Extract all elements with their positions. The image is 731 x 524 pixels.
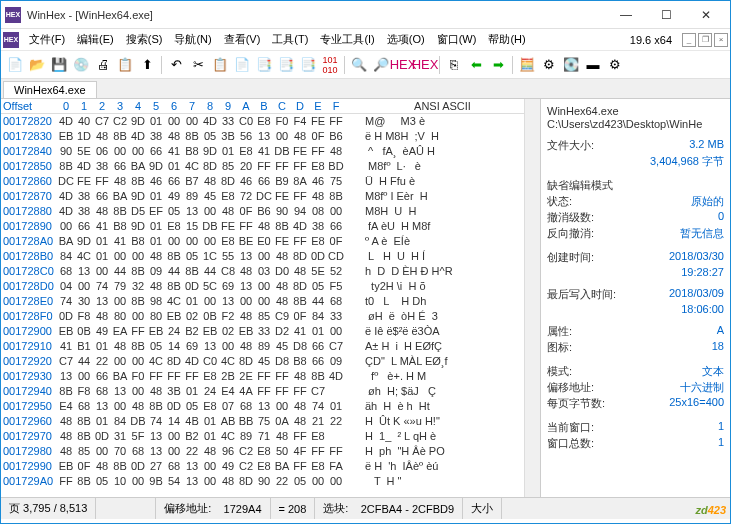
- hex-row[interactable]: 001728F00DF848800080EB020BF24885C90F8433…: [1, 309, 524, 324]
- property-row: 18:06:00: [547, 303, 724, 315]
- property-row: 窗口总数:1: [547, 436, 724, 451]
- menu-edit[interactable]: 编辑(E): [71, 30, 120, 49]
- props-icon[interactable]: 📋: [115, 55, 135, 75]
- version-label: 19.6 x64: [630, 34, 672, 46]
- binary-icon[interactable]: 101010: [320, 55, 340, 75]
- back-icon[interactable]: ⬅: [466, 55, 486, 75]
- maximize-button[interactable]: ☐: [646, 3, 686, 27]
- menu-view[interactable]: 查看(V): [218, 30, 267, 49]
- hex-row[interactable]: 00172970488B0D315F1300B2014C897148FFE8H …: [1, 429, 524, 444]
- status-size: 大小: [463, 498, 502, 519]
- hex-row[interactable]: 0017298048850070681300224896C2E8504FFFFF…: [1, 444, 524, 459]
- find-text-icon[interactable]: HEX: [393, 55, 413, 75]
- new-icon[interactable]: 📄: [5, 55, 25, 75]
- side-panel: WinHex64.exe C:\Users\zd423\Desktop\WinH…: [540, 99, 730, 497]
- hex-row[interactable]: 001728C0681300448B09448B44C84803D0485E52…: [1, 264, 524, 279]
- titlebar: HEX WinHex - [WinHex64.exe] — ☐ ✕: [1, 1, 730, 29]
- hex-row[interactable]: 00172900EB0B49EAFFEB24B2EB02EB33D2410100…: [1, 324, 524, 339]
- find-hex-icon[interactable]: 🔎: [371, 55, 391, 75]
- close-button[interactable]: ✕: [686, 3, 726, 27]
- open-icon[interactable]: 📂: [27, 55, 47, 75]
- property-row: 创建时间:2018/03/30: [547, 250, 724, 265]
- find-icon[interactable]: 🔍: [349, 55, 369, 75]
- property-row: 最后写入时间:2018/03/09: [547, 287, 724, 302]
- hex-row[interactable]: 00172920C7442200004C8D4DC04C8D45D8B86609…: [1, 354, 524, 369]
- menu-file[interactable]: 文件(F): [23, 30, 71, 49]
- menubar: HEX 文件(F) 编辑(E) 搜索(S) 导航(N) 查看(V) 工具(T) …: [1, 29, 730, 51]
- analyze-icon[interactable]: ⚙: [539, 55, 559, 75]
- paste-icon[interactable]: 📄: [232, 55, 252, 75]
- property-row: 当前窗口:1: [547, 420, 724, 435]
- toolbar: 📄 📂 💾 💿 🖨 📋 ⬆ ↶ ✂ 📋 📄 📑 📑 📑 101010 🔍 🔎 H…: [1, 51, 730, 79]
- menu-search[interactable]: 搜索(S): [120, 30, 169, 49]
- property-row: 图标:18: [547, 340, 724, 355]
- statusbar: 页 3,795 / 8,513 偏移地址: 1729A4 = 208 选块: 2…: [1, 497, 730, 519]
- hex-row[interactable]: 00172860DCFEFF488B4666B7488D4666B98A4675…: [1, 174, 524, 189]
- main-area: Offset 0123456789ABCDEF ANSI ASCII 00172…: [1, 99, 730, 497]
- copy-icon[interactable]: 📋: [210, 55, 230, 75]
- minimize-button[interactable]: —: [606, 3, 646, 27]
- calc-icon[interactable]: 🧮: [517, 55, 537, 75]
- hex-row[interactable]: 00172840905E0600006641B89D01E841DBFEFF48…: [1, 144, 524, 159]
- hex-row[interactable]: 001728A0BA9D0141B801000000E8BEE0FEFFE80F…: [1, 234, 524, 249]
- property-row: 模式:文本: [547, 364, 724, 379]
- hex-row[interactable]: 00172950E4681300488B0D05E807681300487401…: [1, 399, 524, 414]
- brand-logo: zd423: [695, 500, 730, 518]
- menu-nav[interactable]: 导航(N): [168, 30, 217, 49]
- hex-row[interactable]: 001728E0743013008B984C0100130000488B4468…: [1, 294, 524, 309]
- menu-options[interactable]: 选项(O): [381, 30, 431, 49]
- hex-row[interactable]: 001728704D3866BA9D01498945E872DCFEFF488B…: [1, 189, 524, 204]
- status-eq: = 208: [271, 498, 316, 519]
- vertical-scrollbar[interactable]: [524, 99, 540, 497]
- clip1-icon[interactable]: 📑: [254, 55, 274, 75]
- property-row: 状态:原始的: [547, 194, 724, 209]
- hex-row[interactable]: 00172930130066BAF0FFFFFFE82B2EFFFF488B4D…: [1, 369, 524, 384]
- property-row: 19:28:27: [547, 266, 724, 278]
- options-icon[interactable]: ⚙: [605, 55, 625, 75]
- clip2-icon[interactable]: 📑: [276, 55, 296, 75]
- hex-row[interactable]: 001728804D38488BD5EF051300480FB690940800…: [1, 204, 524, 219]
- tab-file[interactable]: WinHex64.exe: [3, 81, 97, 98]
- status-offset: 偏移地址: 1729A4: [156, 498, 270, 519]
- menu-tools[interactable]: 工具(T): [266, 30, 314, 49]
- menu-protools[interactable]: 专业工具(I): [314, 30, 380, 49]
- folder-up-icon[interactable]: ⬆: [137, 55, 157, 75]
- hex-panel: Offset 0123456789ABCDEF ANSI ASCII 00172…: [1, 99, 524, 497]
- hex-row[interactable]: 001728508B4D3866BA9D014C8D8520FFFFFFE8BD…: [1, 159, 524, 174]
- hex-row[interactable]: 001728204D40C7C29D0100004D33C0E8F0F4FEFF…: [1, 114, 524, 129]
- hex-row[interactable]: 0017291041B101488B0514691300488945D866C7…: [1, 339, 524, 354]
- property-row: 每页字节数:25x16=400: [547, 396, 724, 411]
- print-icon[interactable]: 🖨: [93, 55, 113, 75]
- hex-row[interactable]: 00172830EB1D488B4D38488B053B561300480FB6…: [1, 129, 524, 144]
- status-selection: 选块: 2CFBA4 - 2CFBD9: [315, 498, 463, 519]
- undo-icon[interactable]: ↶: [166, 55, 186, 75]
- disk2-icon[interactable]: 💽: [561, 55, 581, 75]
- menu-window[interactable]: 窗口(W): [431, 30, 483, 49]
- hex-row[interactable]: 00172890006641B89D01E815DBFEFF488B4D3866…: [1, 219, 524, 234]
- mdi-close-button[interactable]: ×: [714, 33, 728, 47]
- forward-icon[interactable]: ➡: [488, 55, 508, 75]
- disk-icon[interactable]: 💿: [71, 55, 91, 75]
- window-title: WinHex - [WinHex64.exe]: [27, 9, 153, 21]
- save-icon[interactable]: 💾: [49, 55, 69, 75]
- hex-row[interactable]: 00172960488B0184DB74144B01ABBB750A482122…: [1, 414, 524, 429]
- property-row: 撤消级数:0: [547, 210, 724, 225]
- goto-icon[interactable]: ⎘: [444, 55, 464, 75]
- hex-row[interactable]: 001729408BF8681300483B0124E44AFFFFFFC7 ø…: [1, 384, 524, 399]
- hex-row[interactable]: 00172990EB0F488B0D2768130049C2E8BAFFE8FA…: [1, 459, 524, 474]
- property-row: 文件大小:3.2 MB: [547, 138, 724, 153]
- cut-icon[interactable]: ✂: [188, 55, 208, 75]
- mdi-min-button[interactable]: _: [682, 33, 696, 47]
- hex-row[interactable]: 001729A0FF8B0510009B541300488D9022050000…: [1, 474, 524, 489]
- hex-body[interactable]: 001728204D40C7C29D0100004D33C0E8F0F4FEFF…: [1, 114, 524, 497]
- hex-row[interactable]: 001728B0844C010000488B051C551300488D0DCD…: [1, 249, 524, 264]
- clip3-icon[interactable]: 📑: [298, 55, 318, 75]
- ram-icon[interactable]: ▬: [583, 55, 603, 75]
- replace-icon[interactable]: HEX: [415, 55, 435, 75]
- mdi-restore-button[interactable]: ❐: [698, 33, 712, 47]
- ascii-header: ANSI ASCII: [361, 100, 524, 112]
- property-row: 属性:A: [547, 324, 724, 339]
- menu-help[interactable]: 帮助(H): [482, 30, 531, 49]
- file-path: C:\Users\zd423\Desktop\WinHe: [547, 118, 724, 130]
- hex-row[interactable]: 001728D00400747932488B0D5C691300488D05F5…: [1, 279, 524, 294]
